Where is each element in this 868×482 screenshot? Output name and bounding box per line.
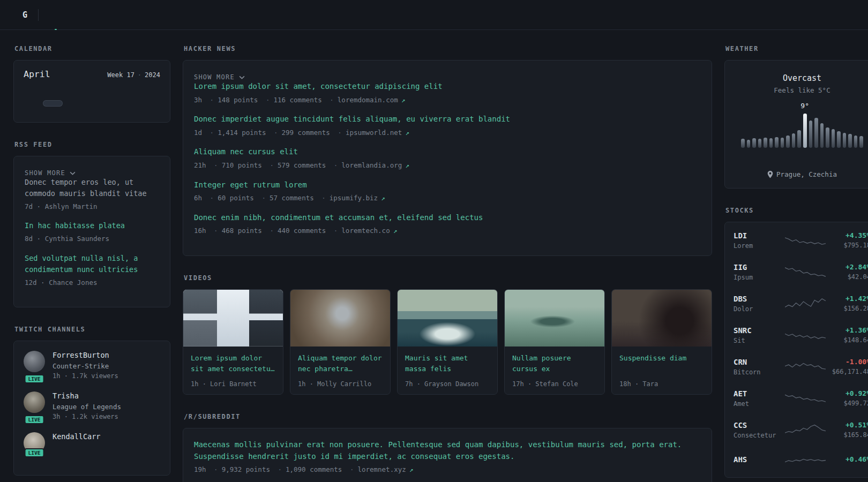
hn-item-domain-link[interactable]: loremlandia.org↗ (330, 161, 409, 169)
video-thumbnail[interactable] (290, 290, 390, 347)
stock-row[interactable]: AHS +0.46% (725, 446, 868, 475)
hn-show-more-button[interactable]: SHOW MORE (194, 73, 245, 81)
video-title[interactable]: Lorem ipsum dolor sit amet consectetu… (191, 353, 275, 374)
hn-item-title[interactable]: Donec enim nibh, condimentum et accumsan… (194, 212, 701, 224)
rss-header: RSS FEED (14, 141, 170, 148)
rss-widget: RSS FEED SHOW MORE Donec tempor eros leo… (13, 141, 170, 307)
rss-show-more-button[interactable]: SHOW MORE (25, 169, 76, 177)
channel-name[interactable]: KendallCarr (53, 432, 100, 441)
calendar-day[interactable] (24, 100, 43, 107)
twitch-channel[interactable]: LIVE KendallCarr (24, 432, 160, 454)
stock-row[interactable]: LDI Lorem +4.35% $795.18 (725, 224, 868, 256)
video-thumbnail[interactable] (183, 290, 283, 347)
hn-item-comments-link[interactable]: 57 comments (258, 194, 313, 202)
channel-name[interactable]: ForrestBurton (53, 351, 118, 359)
external-link-icon: ↗ (401, 96, 406, 104)
post-domain-link[interactable]: loremnet.xyz↗ (346, 465, 413, 473)
calendar-day[interactable] (63, 108, 82, 115)
calendar-day[interactable] (82, 92, 101, 99)
hn-item-title[interactable]: Donec imperdiet augue tincidunt felis al… (194, 114, 701, 125)
channel-game[interactable]: League of Legends (53, 403, 121, 411)
calendar-day[interactable] (43, 100, 62, 107)
calendar-day[interactable] (121, 92, 140, 99)
video-thumbnail[interactable] (505, 290, 604, 347)
weather-widget: WEATHER Overcast Feels like 5°C 9° Pragu… (724, 45, 868, 189)
twitch-card: LIVE ForrestBurton Counter-Strike 1h · 1… (13, 341, 170, 476)
calendar-day[interactable] (43, 92, 62, 99)
calendar-day[interactable] (141, 108, 160, 115)
subreddit-post-title[interactable]: Maecenas mollis pulvinar erat non posuer… (194, 439, 701, 462)
video-thumbnail[interactable] (612, 290, 712, 347)
rss-item-title[interactable]: In hac habitasse platea (25, 220, 159, 231)
calendar-days-grid (24, 92, 160, 115)
calendar-day[interactable] (102, 100, 121, 107)
hn-item-domain-link[interactable]: ipsumworld.net↗ (334, 129, 409, 137)
calendar-day[interactable] (63, 92, 82, 99)
hn-item-comments-link[interactable]: 116 comments (262, 96, 322, 104)
video-title[interactable]: Aliquam tempor dolor nec pharetra… (298, 353, 383, 374)
channel-name[interactable]: Trisha (53, 391, 121, 400)
hn-item-comments-link[interactable]: 579 comments (266, 161, 326, 169)
stock-change: +0.92% (828, 389, 868, 397)
weather-bar (832, 129, 835, 148)
app-logo[interactable]: G (23, 10, 27, 20)
hn-item-time: 3h (194, 96, 202, 104)
post-comments-link[interactable]: 1,090 comments (274, 465, 342, 473)
hn-item-comments-link[interactable]: 299 comments (270, 129, 330, 137)
video-title[interactable]: Nullam posuere cursus ex (512, 353, 597, 374)
page-tab[interactable] (90, 0, 103, 30)
post-time: 19h (194, 465, 206, 473)
stock-values: +1.36% $148.64 (828, 326, 868, 344)
stock-row[interactable]: SNRC Sit +1.36% $148.64 (725, 319, 868, 351)
hn-item-comments-link[interactable]: 440 comments (266, 227, 326, 235)
calendar-day[interactable] (102, 108, 121, 115)
stock-id: AET Amet (734, 389, 783, 408)
calendar-day[interactable] (141, 92, 160, 99)
video-card[interactable]: Suspendisse diam 18h · Tara (611, 289, 712, 395)
video-title[interactable]: Mauris sit amet massa felis (405, 353, 490, 374)
video-card[interactable]: Mauris sit amet massa felis 7h · Grayson… (397, 289, 498, 395)
hn-item-time: 16h (194, 227, 206, 235)
calendar-day[interactable] (24, 108, 43, 115)
weather-time-labels (741, 152, 863, 162)
page-tab[interactable] (70, 0, 83, 30)
calendar-day[interactable] (82, 108, 101, 115)
stock-name: Bitcorn (734, 368, 783, 376)
page-tab[interactable] (110, 0, 123, 30)
page-tab[interactable] (49, 0, 62, 30)
video-card[interactable]: Lorem ipsum dolor sit amet consectetu… 1… (183, 289, 283, 395)
stock-row[interactable]: CRN Bitcorn -1.00% $66,171.48 (725, 351, 868, 382)
video-body: Mauris sit amet massa felis 7h · Grayson… (398, 347, 497, 394)
weather-bar (741, 139, 745, 148)
stock-symbol: CCS (734, 421, 783, 430)
calendar-day[interactable] (43, 108, 62, 115)
hn-item-title[interactable]: Aliquam nec cursus elit (194, 146, 701, 158)
hn-item-domain-link[interactable]: loremtech.co↗ (330, 227, 397, 235)
calendar-day[interactable] (121, 108, 140, 115)
calendar-day[interactable] (24, 92, 43, 99)
hn-item-title[interactable]: Lorem ipsum dolor sit amet, consectetur … (194, 81, 701, 93)
channel-game[interactable]: Counter-Strike (53, 362, 118, 370)
rss-item-title[interactable]: Donec tempor eros leo, ut commodo mauris… (25, 177, 159, 199)
calendar-day[interactable] (63, 100, 82, 107)
calendar-day[interactable] (121, 100, 140, 107)
calendar-day[interactable] (82, 100, 101, 107)
video-card[interactable]: Nullam posuere cursus ex 17h · Stefan Co… (504, 289, 605, 395)
stock-row[interactable]: IIG Ipsum +2.84% $42.04 (725, 256, 868, 288)
hn-item-title[interactable]: Integer eget rutrum lorem (194, 179, 701, 191)
calendar-day[interactable] (141, 100, 160, 107)
video-thumbnail[interactable] (398, 290, 497, 347)
twitch-channel[interactable]: LIVE ForrestBurton Counter-Strike 1h · 1… (24, 351, 160, 380)
left-column: CALENDAR April Week 172024 RSS FEED SH (13, 45, 170, 482)
stock-row[interactable]: DBS Dolor +1.42% $156.28 (725, 288, 868, 319)
calendar-day[interactable] (102, 92, 121, 99)
hn-item-domain-link[interactable]: loremdomain.com↗ (326, 96, 405, 104)
twitch-channel[interactable]: LIVE Trisha League of Legends 3h · 1.2k … (24, 391, 160, 420)
video-title[interactable]: Suspendisse diam (619, 353, 704, 364)
stock-row[interactable]: AET Amet +0.92% $499.72 (725, 382, 868, 414)
rss-item-title[interactable]: Sed volutpat nulla nisl, a condimentum n… (25, 253, 159, 275)
video-meta: 1h · Molly Carrillo (298, 380, 383, 388)
stock-row[interactable]: CCS Consectetur +0.51% $165.84 (725, 414, 868, 446)
hn-item-domain-link[interactable]: ipsumify.biz↗ (318, 194, 385, 202)
video-card[interactable]: Aliquam tempor dolor nec pharetra… 1h · … (290, 289, 391, 395)
